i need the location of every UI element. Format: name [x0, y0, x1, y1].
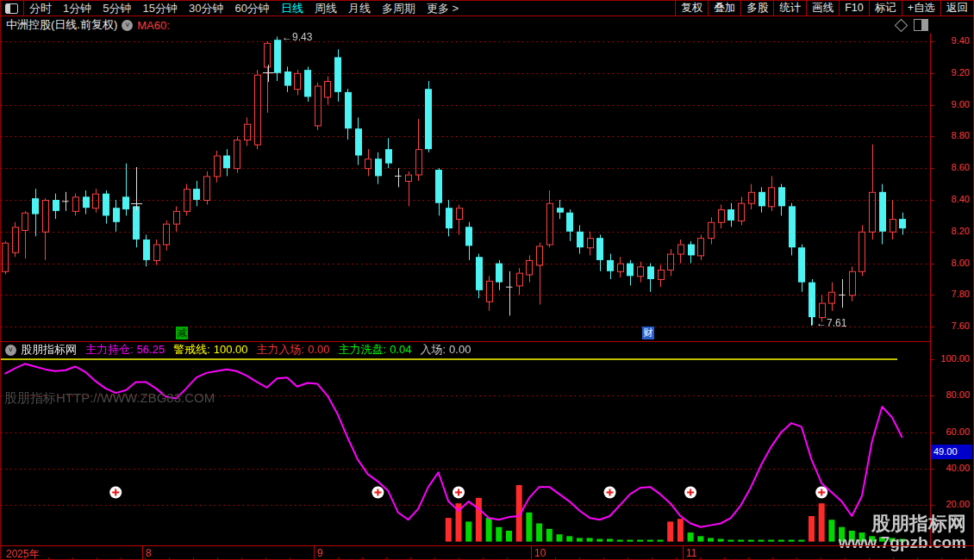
- axis-tick-mark: [930, 105, 934, 106]
- low-price-leader-line: [811, 298, 812, 326]
- top-menu-bar: 分时1分钟5分钟15分钟30分钟60分钟日线周线月线多周期更多 > 复权叠加多股…: [1, 1, 973, 16]
- month-label: 10: [534, 547, 546, 559]
- chevron-down-icon[interactable]: ˅: [122, 20, 133, 31]
- crosshair2-horizontal: [131, 203, 142, 204]
- indicator-field-label: 主力持仓:: [85, 343, 134, 356]
- axis-tick-mark: [930, 505, 934, 506]
- month-divider: [531, 546, 532, 560]
- crosshair-vertical: [268, 65, 269, 82]
- period-tab-monthly[interactable]: 月线: [348, 1, 371, 16]
- axis-tick-mark: [930, 432, 934, 433]
- diamond-icon[interactable]: [895, 18, 908, 32]
- axis-tick-label: 80.00: [933, 389, 970, 400]
- axis-tick-label: 100.00: [933, 353, 970, 364]
- axis-tick-mark: [930, 359, 934, 360]
- panel-watermark: 股朋指标HTTP://WWW.ZBG83.COM: [4, 390, 215, 407]
- indicator-fields: 主力持仓:56.25警戒线:100.00主力入场:0.00主力洗盘:0.04入场…: [85, 342, 479, 358]
- panel-chevron-icon[interactable]: ˅: [5, 345, 16, 356]
- month-label: 9: [317, 547, 323, 559]
- period-tab-15min[interactable]: 15分钟: [142, 1, 177, 16]
- tool-button-f10[interactable]: F10: [839, 1, 869, 16]
- crosshair-horizontal: [263, 72, 274, 73]
- indicator-field-value: 0.04: [390, 343, 411, 356]
- axis-tick-label: 60.00: [933, 426, 970, 437]
- period-menu: 分时1分钟5分钟15分钟30分钟60分钟日线周线月线多周期更多 >: [29, 1, 470, 16]
- tool-button-fuquan[interactable]: 复权: [675, 1, 708, 16]
- axis-tick-mark: [930, 395, 934, 396]
- month-label: 11: [686, 547, 696, 559]
- axis-tick-label: 9.40: [933, 35, 970, 46]
- axis-tick-label: 8.60: [933, 162, 970, 172]
- axis-tick-mark: [930, 73, 934, 74]
- axis-tick-label: 20.00: [933, 499, 970, 509]
- tool-button-biaoji[interactable]: 标记: [869, 1, 902, 16]
- tool-button-diejia[interactable]: 叠加: [708, 1, 740, 16]
- trading-app-window: 分时1分钟5分钟15分钟30分钟60分钟日线周线月线多周期更多 > 复权叠加多股…: [0, 0, 974, 560]
- axis-tick-label: 9.20: [933, 67, 970, 78]
- event-flag-reduce[interactable]: 减: [176, 327, 188, 339]
- axis-tick-label: 40.00: [933, 463, 970, 473]
- axis-tick-mark: [930, 200, 934, 201]
- axis-tick-mark: [930, 469, 934, 470]
- time-axis: 2025年 891011: [1, 545, 973, 560]
- axis-tick-mark: [930, 168, 934, 169]
- axis-tick-label: 7.80: [933, 289, 970, 299]
- high-price-annotation: ←9.43: [282, 31, 312, 43]
- period-tab-fenshi[interactable]: 分时: [29, 1, 52, 16]
- year-label: 2025年: [6, 547, 40, 560]
- tool-button-tongji[interactable]: 统计: [773, 1, 806, 16]
- axis-tick-mark: [930, 327, 934, 327]
- axis-tick-mark: [930, 136, 934, 137]
- ma60-label: MA60:: [137, 19, 170, 32]
- period-tab-5min[interactable]: 5分钟: [103, 1, 131, 16]
- tool-button-duogu[interactable]: 多股: [740, 1, 773, 16]
- month-divider: [142, 546, 143, 560]
- month-divider: [314, 546, 315, 560]
- period-tab-60min[interactable]: 60分钟: [234, 1, 269, 16]
- indicator-field-label: 主力洗盘:: [339, 343, 387, 356]
- tool-button-fanhui[interactable]: 返回: [940, 1, 973, 16]
- indicator-source: 股朋指标网: [21, 342, 77, 358]
- indicator-field-value: 0.00: [308, 343, 329, 356]
- indicator-current-value: 49.00: [931, 445, 972, 459]
- month-label: 8: [146, 547, 152, 559]
- split-view-icon[interactable]: [914, 19, 928, 31]
- axis-tick-label: 8.40: [933, 194, 970, 204]
- indicator-field-value: 0.00: [449, 343, 471, 356]
- axis-tick-mark: [930, 295, 934, 296]
- axis-tick-mark: [930, 41, 934, 42]
- indicator-field-label: 主力入场:: [257, 343, 305, 356]
- tool-button-huaxian[interactable]: 画线: [806, 1, 839, 16]
- axis-tick-mark: [930, 232, 934, 233]
- indicator-field-label: 警戒线:: [173, 343, 210, 356]
- window-layout-icon[interactable]: [5, 3, 18, 14]
- indicator-header: ˅ 股朋指标网 主力持仓:56.25警戒线:100.00主力入场:0.00主力洗…: [1, 341, 930, 358]
- period-tab-multi-period[interactable]: 多周期: [382, 1, 415, 16]
- menu-divider: [23, 1, 24, 16]
- axis-tick-label: 8.00: [933, 258, 970, 268]
- stock-title: 中洲控股(日线.前复权): [6, 17, 117, 33]
- axis-tick-label: 9.00: [933, 99, 970, 109]
- period-tab-daily[interactable]: 日线: [281, 1, 303, 16]
- event-flag-finance[interactable]: 财: [642, 327, 654, 339]
- candlestick-chart[interactable]: [1, 34, 929, 341]
- indicator-field-value: 56.25: [137, 343, 165, 356]
- indicator-chart[interactable]: [1, 357, 929, 545]
- period-tab-1min[interactable]: 1分钟: [63, 1, 91, 16]
- period-tab-more[interactable]: 更多 >: [427, 1, 459, 16]
- month-divider: [683, 546, 684, 560]
- axis-tick-label: 8.20: [933, 226, 970, 236]
- period-tab-weekly[interactable]: 周线: [315, 1, 337, 16]
- low-price-annotation: ←7.61: [816, 317, 846, 329]
- indicator-field-label: 入场:: [420, 343, 446, 356]
- tool-menu: 复权叠加多股统计画线F10标记+自选返回: [675, 1, 973, 16]
- site-watermark-name: 股朋指标网: [839, 513, 966, 534]
- axis-tick-label: 8.80: [933, 130, 970, 140]
- chart-title-bar: 中洲控股(日线.前复权) ˅ MA60:: [1, 16, 973, 34]
- indicator-field-value: 100.00: [214, 343, 248, 356]
- axis-tick-label: 7.60: [933, 320, 970, 331]
- axis-tick-mark: [930, 264, 934, 264]
- tool-button-zixuan[interactable]: +自选: [902, 1, 940, 16]
- period-tab-30min[interactable]: 30分钟: [189, 1, 223, 16]
